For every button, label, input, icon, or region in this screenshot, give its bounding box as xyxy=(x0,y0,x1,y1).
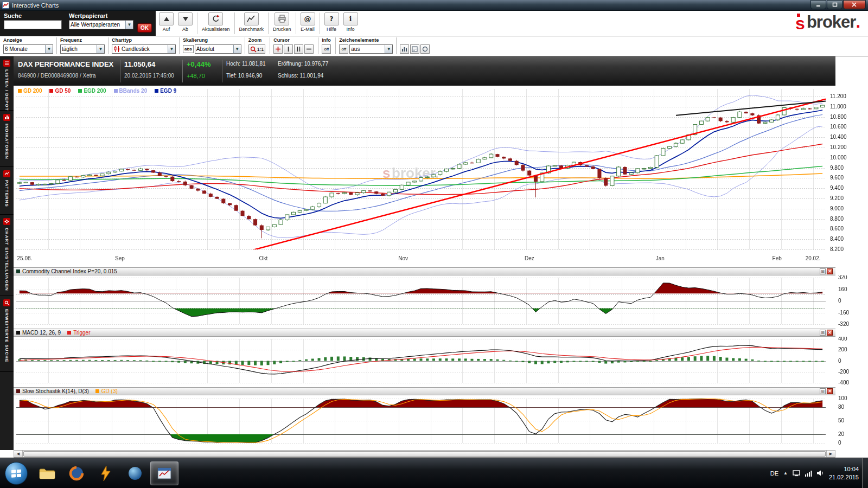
chevron-down-icon[interactable]: ▼ xyxy=(45,45,53,53)
vertical-line-cursor-button[interactable] xyxy=(284,44,293,54)
magnifier-icon xyxy=(250,46,257,53)
info-toggle-label: Info xyxy=(322,37,332,43)
circle-tool-icon[interactable] xyxy=(420,44,430,54)
legend-swatch xyxy=(114,89,118,93)
cci-panel-canvas[interactable] xyxy=(14,275,868,326)
sidebar-tab-chart-einstellungen[interactable]: CHART EINSTELLUNGEN xyxy=(0,215,14,296)
high-value: Hoch: 11.081,81 xyxy=(226,61,266,67)
macd-swatch xyxy=(16,331,20,335)
close-panel-icon[interactable]: ✕ xyxy=(827,330,833,336)
chevron-down-icon[interactable]: ▼ xyxy=(168,45,175,53)
minimize-button[interactable] xyxy=(810,0,826,9)
maximize-button[interactable] xyxy=(827,0,843,9)
auf-button[interactable]: Auf xyxy=(159,12,174,32)
clock-date: 21.02.2015 xyxy=(829,473,859,481)
volume-bars-icon[interactable] xyxy=(400,44,409,54)
candlestick-icon xyxy=(113,46,120,53)
charttyp-select[interactable]: Candlestick▼ xyxy=(112,44,176,54)
sidebar-tab-patterns[interactable]: PATTERNS xyxy=(0,167,14,215)
left-sidebar: LISTEN / DEPOT INDIKATOREN PATTERNS CHAR… xyxy=(0,56,14,450)
horizontal-scrollbar[interactable]: ◀ ▶ xyxy=(14,450,835,458)
chart-settings-toolbar: Anzeige 6 Monate▼ Frequenz täglich▼ Char… xyxy=(0,36,868,56)
aktualisieren-button[interactable]: Aktualisieren xyxy=(202,12,230,32)
chevron-down-icon[interactable]: ▼ xyxy=(233,45,241,53)
search-panel: Suche Wertpapierart Alle Wertpapierarten… xyxy=(0,11,156,36)
tray-monitor-icon[interactable] xyxy=(793,470,800,477)
chevron-down-icon[interactable]: ▼ xyxy=(125,21,133,29)
taskbar-clock[interactable]: 10:04 21.02.2015 xyxy=(829,465,859,481)
double-line-cursor-button[interactable] xyxy=(294,44,303,54)
close-button[interactable] xyxy=(843,0,866,9)
cci-swatch xyxy=(16,269,20,273)
anzeige-select[interactable]: 6 Monate▼ xyxy=(3,44,53,54)
taskbar-explorer-icon[interactable] xyxy=(33,461,61,485)
system-tray: DE ▲ 10:04 21.02.2015 xyxy=(770,465,862,481)
wertpapierart-select[interactable]: Alle Wertpapierarten ▼ xyxy=(69,20,133,29)
zeichen-off-button[interactable]: off xyxy=(339,44,348,54)
toolbar-divider xyxy=(320,12,320,34)
main-price-chart-canvas[interactable] xyxy=(14,86,868,265)
info-button[interactable]: i Info xyxy=(343,12,358,32)
taskbar-firefox-icon[interactable] xyxy=(62,461,91,485)
minus-cursor-button[interactable] xyxy=(304,44,314,54)
expand-panel-icon[interactable]: ⊞ xyxy=(820,388,826,394)
sbroker-logo: sbroker. xyxy=(795,13,860,31)
start-button[interactable] xyxy=(5,462,28,485)
scroll-right-icon[interactable]: ▶ xyxy=(826,451,835,457)
tray-volume-icon[interactable] xyxy=(817,470,824,476)
sidebar-tab-indikatoren[interactable]: INDIKATOREN xyxy=(0,111,14,167)
taskbar-globe-icon[interactable] xyxy=(121,461,149,485)
instrument-name: DAX PERFORMANCE INDEX xyxy=(18,60,113,68)
macd-panel-canvas[interactable] xyxy=(14,337,868,385)
email-button[interactable]: @ E-Mail xyxy=(301,12,315,32)
skalierung-label: Skalierung xyxy=(183,37,241,43)
zoom-button[interactable]: 1:1 xyxy=(248,44,266,54)
stochastic-panel-canvas[interactable] xyxy=(14,395,868,448)
taskbar-active-app-icon[interactable] xyxy=(150,461,178,485)
sidebar-tab-erweiterte-suche[interactable]: ERWEITERTE SUCHE xyxy=(0,296,14,372)
toolbar-divider xyxy=(268,12,269,34)
drucken-button[interactable]: Drucken xyxy=(273,12,291,32)
search-input[interactable] xyxy=(4,20,62,29)
window-titlebar: Interactive Charts xyxy=(0,0,868,11)
charttyp-group: Charttyp Candlestick▼ xyxy=(112,37,176,54)
hilfe-button[interactable]: ? Hilfe xyxy=(324,12,339,32)
scroll-left-icon[interactable]: ◀ xyxy=(14,451,23,457)
legend-bbands: BBands 20 xyxy=(114,88,148,94)
ab-button[interactable]: Ab xyxy=(178,12,193,32)
chevron-down-icon[interactable]: ▼ xyxy=(97,45,104,53)
notes-icon[interactable] xyxy=(410,44,419,54)
benchmark-button[interactable]: Benchmark xyxy=(239,12,264,32)
sparkasse-s-icon: s xyxy=(795,15,805,31)
svg-text:i: i xyxy=(349,15,352,23)
chevron-down-icon[interactable]: ▼ xyxy=(385,45,392,53)
tray-language[interactable]: DE xyxy=(770,470,778,477)
tray-expand-icon[interactable]: ▲ xyxy=(783,471,788,476)
wertpapierart-value: Alle Wertpapierarten xyxy=(69,22,125,28)
tray-network-icon[interactable] xyxy=(805,470,812,477)
line-chart-icon xyxy=(244,12,259,25)
crosshair-cursor-button[interactable] xyxy=(273,44,283,54)
close-panel-icon[interactable]: ✕ xyxy=(827,268,833,274)
taskbar-lightning-icon[interactable] xyxy=(92,461,120,485)
scrollbar-thumb[interactable] xyxy=(23,451,826,457)
toolbar-buttons: Auf Ab Aktualisieren Benchmark Drucken xyxy=(157,11,360,36)
cursor-group: Cursor xyxy=(273,37,315,54)
expand-panel-icon[interactable]: ⊞ xyxy=(820,330,826,336)
skalierung-select[interactable]: Absolut▼ xyxy=(195,44,241,54)
chart-bars-icon xyxy=(3,114,10,121)
change-percent: +0,44% xyxy=(187,60,210,68)
ok-button[interactable]: OK xyxy=(137,23,152,33)
frequenz-label: Frequenz xyxy=(60,37,105,43)
legend-egd200: EGD 200 xyxy=(78,88,106,94)
info-toggle-button[interactable]: off xyxy=(322,44,331,54)
frequenz-select[interactable]: täglich▼ xyxy=(60,44,105,54)
sidebar-tab-listen-depot[interactable]: LISTEN / DEPOT xyxy=(0,56,14,111)
close-panel-icon[interactable]: ✕ xyxy=(827,388,833,394)
expand-panel-icon[interactable]: ⊞ xyxy=(820,268,826,274)
show-desktop-button[interactable] xyxy=(862,458,868,488)
instrument-id: 846900 / DE0008469008 / Xetra xyxy=(18,73,95,79)
legend-swatch xyxy=(18,89,22,93)
zeichen-select[interactable]: aus▼ xyxy=(349,44,393,54)
cci-panel-header: Commodity Channel Index P=20, 0.015 ⊞ ✕ xyxy=(14,267,835,275)
